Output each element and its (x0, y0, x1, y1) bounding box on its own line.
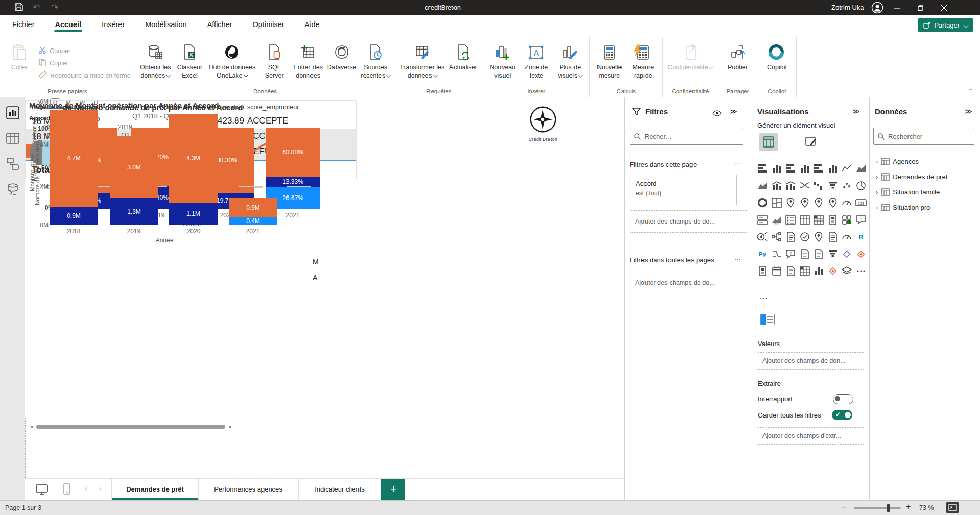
ribbon-button-publier[interactable]: Publier (721, 44, 754, 71)
visual-type-layers-visual[interactable] (841, 265, 853, 277)
visual-type-line-chart[interactable] (841, 162, 853, 175)
visual-type-shape-map[interactable] (812, 197, 825, 209)
visual-type-donut-chart[interactable] (756, 197, 769, 209)
visual-type-report-visual[interactable] (756, 265, 769, 277)
drillthrough-toggle[interactable] (833, 394, 853, 404)
menu-tab-afficher[interactable]: Afficher (206, 15, 233, 33)
menu-tab-modélisation[interactable]: Modélisation (144, 15, 187, 33)
model-view-icon[interactable] (6, 157, 19, 170)
ribbon-button-copier[interactable]: Copier (39, 59, 131, 68)
ribbon-button-obtenir-les-donn-es[interactable]: Obtenir lesdonnées (138, 44, 172, 80)
ribbon-button-actualiser[interactable]: Actualiser (447, 44, 480, 71)
visual-type-smart-narrative[interactable] (784, 231, 797, 243)
visual-type-area-chart[interactable] (855, 162, 867, 175)
report-view-icon[interactable] (6, 106, 19, 119)
visual-type-100-stacked-column-chart[interactable] (827, 162, 839, 175)
stacked100-visual[interactable]: de Numéro demande de prêt par Année et A… (25, 287, 330, 418)
visual-type-treemap[interactable] (771, 197, 783, 209)
expand-chevron-icon[interactable]: › (876, 188, 878, 196)
visual-type-r-script[interactable]: R (855, 231, 867, 243)
desktop-layout-icon[interactable] (36, 484, 48, 497)
visual-type-stacked-column-chart[interactable] (771, 162, 783, 175)
more-visual-options[interactable]: ... (759, 292, 769, 300)
ribbon-button-zone-de-texte[interactable]: AZone detexte (520, 44, 553, 80)
page-tab-demandes-de-prêt[interactable]: Demandes de prêt (111, 479, 199, 500)
visual-type-combo-alt[interactable] (812, 265, 825, 277)
collapse-viz-icon[interactable]: ≫ (852, 107, 860, 115)
visual-type-table-visual[interactable] (799, 214, 811, 226)
visual-type-kpi[interactable]: KPI (771, 214, 783, 226)
menu-tab-accueil[interactable]: Accueil (54, 15, 83, 33)
visual-type-comment-bubble[interactable]: ? (784, 248, 797, 260)
expand-chevron-icon[interactable]: › (876, 173, 878, 181)
zoom-in-button[interactable]: + (906, 502, 911, 511)
canvas-h-scrollbar[interactable]: ◄► (29, 424, 233, 431)
ribbon-button-nouveau-visuel[interactable]: Nouveauvisuel (486, 44, 519, 80)
visual-type-metrics[interactable] (799, 231, 811, 243)
filters-page-section-more[interactable]: ... (735, 158, 740, 166)
ribbon-button-dataverse[interactable]: Dataverse (325, 44, 358, 71)
visual-type-waterfall-chart[interactable] (812, 180, 825, 192)
zoom-out-button[interactable]: − (842, 503, 846, 512)
paste-button[interactable]: Coller (5, 44, 34, 71)
field-table-situation-pro[interactable]: › Situation pro (870, 200, 980, 214)
filters-add-field-page[interactable]: Ajouter des champs de do... (630, 210, 747, 233)
ribbon-button-sql-server[interactable]: SQLServer (258, 44, 291, 80)
visual-type-line-stacked-column-chart[interactable] (784, 180, 797, 192)
build-visual-tab[interactable] (759, 133, 778, 151)
visual-type-doc-gear[interactable] (784, 265, 797, 277)
report-canvas[interactable]: Date de demandeSomme de Montant opératio… (25, 97, 624, 500)
visual-type-scatter-chart[interactable] (841, 180, 853, 192)
visual-type-more-shapes[interactable] (855, 265, 867, 277)
visual-type-map[interactable] (784, 197, 797, 209)
visual-type-funnel-chart[interactable] (827, 180, 839, 192)
menu-tab-optimiser[interactable]: Optimiser (252, 15, 285, 33)
share-button[interactable]: Partager (918, 18, 973, 32)
visual-type-matrix-visual[interactable] (812, 214, 825, 226)
field-table-situation-famille[interactable]: › Situation famille (870, 185, 980, 199)
ribbon-button-reproduire[interactable]: Reproduire la mise en forme (39, 71, 131, 80)
visual-type-gem-orange[interactable] (827, 265, 839, 277)
visual-type-stacked-area-chart[interactable] (756, 180, 769, 192)
prev-page-icon[interactable]: ‹ (85, 484, 87, 493)
visual-type-gauge[interactable] (841, 197, 853, 209)
collapse-filters-icon[interactable]: ≫ (730, 107, 737, 115)
filter-card-accord[interactable]: Accord est (Tout) (630, 175, 737, 205)
avatar[interactable] (871, 2, 883, 16)
new-page-button[interactable]: + (381, 479, 405, 500)
visual-type-grid-alt[interactable] (799, 265, 811, 277)
ribbon-button-entrer-des-donn-es[interactable]: Entrer desdonnées (292, 44, 324, 80)
visual-type-doc-visual[interactable] (827, 231, 839, 243)
save-icon[interactable] (14, 3, 23, 14)
menu-tab-insérer[interactable]: Insérer (101, 15, 126, 33)
visual-type-arcgis-map[interactable] (812, 231, 825, 243)
eye-icon[interactable] (712, 109, 722, 118)
collapse-ribbon-icon[interactable]: ⌃ (968, 88, 973, 94)
filters-add-field-all[interactable]: Ajouter des champs de do... (630, 271, 747, 295)
account-name[interactable]: Zotrim Uka (831, 4, 864, 11)
restore-button[interactable] (909, 0, 932, 15)
visual-type-decomposition-tree[interactable] (771, 231, 783, 243)
visual-type-dial-gauge[interactable] (841, 231, 853, 243)
ribbon-button-nouvelle-mesure[interactable]: Nouvellemesure (593, 44, 626, 80)
visual-type-calendar-visual[interactable] (771, 265, 783, 277)
visual-type-q-and-a[interactable]: ? (855, 214, 867, 226)
visual-type-power-apps[interactable] (841, 214, 853, 226)
expand-chevron-icon[interactable]: › (876, 204, 878, 211)
filters-all-section-more[interactable]: ... (735, 254, 740, 261)
visual-type-diamond-purple[interactable] (841, 248, 853, 260)
page-tab-performances-agences[interactable]: Performances agences (198, 479, 299, 500)
minimize-button[interactable] (885, 0, 909, 15)
visual-type-stacked-bar-chart[interactable] (756, 162, 769, 175)
ribbon-button-transformer-les-donn-es[interactable]: Transformer lesdonnées (398, 44, 446, 80)
visual-type-doc-badge[interactable] (812, 248, 825, 260)
slicer-granularity-q[interactable]: Q (50, 98, 60, 108)
keep-all-filters-toggle[interactable]: ✓ (832, 410, 852, 420)
ribbon-button-hub-de-donn-es-onelake[interactable]: Hub de donnéesOneLake (207, 44, 257, 80)
filters-search-input[interactable]: Recher... (630, 128, 743, 145)
visual-type-python-visual[interactable]: Py (756, 248, 769, 260)
visual-type-doc-pencil[interactable] (799, 248, 811, 260)
ribbon-button-couper[interactable]: Couper (39, 46, 131, 56)
visual-type-multi-row-card[interactable] (756, 214, 769, 226)
ribbon-button-plus-de-visuels[interactable]: Plus devisuels (554, 44, 586, 80)
